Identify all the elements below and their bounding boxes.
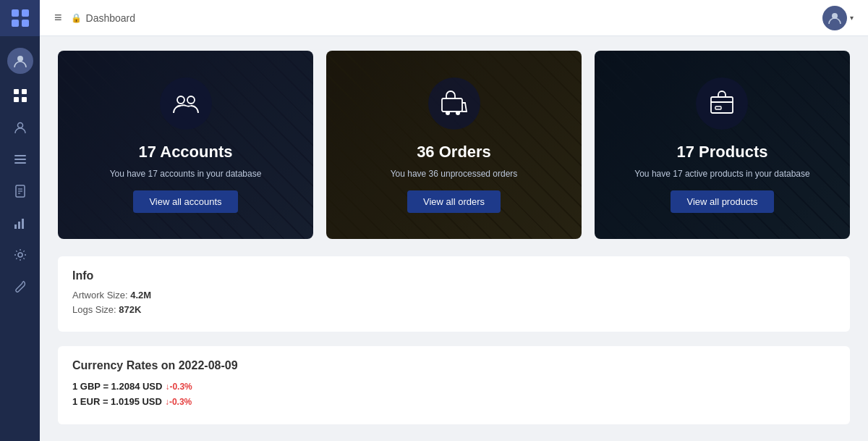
products-card-content: 17 Products You have 17 active products …: [634, 77, 809, 213]
svg-rect-19: [22, 219, 24, 229]
sidebar-item-tools[interactable]: [7, 274, 33, 300]
accounts-icon-circle: [160, 77, 212, 130]
sidebar-item-reports[interactable]: [7, 210, 33, 236]
svg-rect-18: [18, 222, 20, 229]
stats-cards-row: 17 Accounts You have 17 accounts in your…: [58, 51, 850, 239]
page-content: 17 Accounts You have 17 accounts in your…: [40, 36, 868, 441]
products-icon-circle: [696, 77, 748, 130]
svg-point-27: [456, 111, 460, 115]
svg-rect-25: [442, 98, 462, 112]
orders-count: 36 Orders: [417, 143, 491, 161]
products-count: 17 Products: [677, 143, 768, 161]
header-user-avatar[interactable]: [822, 6, 847, 30]
sidebar-user-avatar[interactable]: [7, 48, 33, 74]
eur-rate-label: 1 EUR = 1.0195 USD: [72, 396, 162, 407]
eur-rate-change: ↓-0.3%: [165, 397, 192, 407]
view-all-orders-button[interactable]: View all orders: [407, 190, 501, 213]
orders-card-content: 36 Orders You have 36 unprocessed orders…: [391, 77, 518, 213]
hamburger-menu-icon[interactable]: ≡: [54, 10, 62, 25]
svg-point-21: [18, 253, 22, 257]
svg-rect-7: [14, 97, 19, 102]
sidebar-item-accounts[interactable]: [7, 114, 33, 140]
svg-rect-11: [14, 159, 26, 160]
header-title-area: 🔒 Dashboard: [71, 12, 136, 24]
svg-rect-2: [12, 20, 19, 27]
view-all-accounts-button[interactable]: View all accounts: [133, 190, 237, 213]
svg-point-24: [187, 96, 195, 104]
user-dropdown-chevron: ▾: [850, 14, 854, 22]
logs-value: 872K: [119, 304, 141, 315]
sidebar-item-invoice[interactable]: [7, 178, 33, 204]
svg-rect-17: [14, 224, 17, 229]
svg-rect-6: [22, 89, 27, 94]
header: ≡ 🔒 Dashboard ▾: [40, 0, 868, 36]
orders-description: You have 36 unprocessed orders: [391, 169, 518, 179]
accounts-description: You have 17 accounts in your database: [110, 169, 262, 179]
view-all-products-button[interactable]: View all products: [671, 190, 773, 213]
eur-rate-row: 1 EUR = 1.0195 USD ↓-0.3%: [72, 396, 835, 407]
sidebar-item-settings[interactable]: [7, 242, 33, 268]
artwork-size-row: Artwork Size: 4.2M: [72, 290, 835, 301]
sidebar: [0, 0, 40, 441]
accounts-count: 17 Accounts: [138, 143, 232, 161]
svg-rect-5: [14, 89, 19, 94]
svg-rect-1: [22, 9, 29, 17]
gbp-rate-label: 1 GBP = 1.2084 USD: [72, 381, 162, 392]
info-section: Info Artwork Size: 4.2M Logs Size: 872K: [58, 256, 850, 332]
orders-icon-circle: [428, 77, 480, 130]
svg-rect-12: [14, 162, 26, 164]
svg-rect-8: [22, 97, 27, 102]
page-title: Dashboard: [86, 12, 136, 24]
user-dropdown[interactable]: ▾: [822, 6, 854, 30]
logs-label: Logs Size:: [72, 304, 119, 315]
info-title: Info: [72, 269, 835, 282]
accounts-card-content: 17 Accounts You have 17 accounts in your…: [110, 77, 262, 213]
svg-rect-20: [25, 217, 26, 217]
svg-rect-0: [12, 9, 19, 17]
currency-section: Currency Rates on 2022-08-09 1 GBP = 1.2…: [58, 346, 850, 424]
sidebar-item-dashboard[interactable]: [7, 83, 33, 109]
gbp-rate-change: ↓-0.3%: [165, 382, 192, 392]
products-card: 17 Products You have 17 active products …: [595, 51, 850, 239]
gbp-rate-row: 1 GBP = 1.2084 USD ↓-0.3%: [72, 381, 835, 392]
svg-rect-29: [715, 106, 721, 109]
svg-point-23: [177, 96, 184, 104]
lock-icon: 🔒: [71, 13, 82, 23]
sidebar-logo[interactable]: [0, 0, 40, 36]
main-content: ≡ 🔒 Dashboard ▾: [40, 0, 868, 441]
svg-rect-28: [711, 97, 733, 113]
svg-point-4: [17, 56, 23, 62]
artwork-label: Artwork Size:: [72, 290, 130, 301]
artwork-value: 4.2M: [130, 290, 151, 301]
svg-point-9: [17, 123, 22, 128]
accounts-card: 17 Accounts You have 17 accounts in your…: [58, 51, 313, 239]
sidebar-item-list[interactable]: [7, 146, 33, 172]
products-description: You have 17 active products in your data…: [634, 169, 809, 179]
svg-rect-3: [22, 20, 29, 27]
logs-size-row: Logs Size: 872K: [72, 304, 835, 315]
svg-rect-10: [14, 155, 26, 156]
orders-card: 36 Orders You have 36 unprocessed orders…: [326, 51, 582, 239]
svg-point-26: [446, 111, 450, 115]
currency-title: Currency Rates on 2022-08-09: [72, 359, 835, 372]
